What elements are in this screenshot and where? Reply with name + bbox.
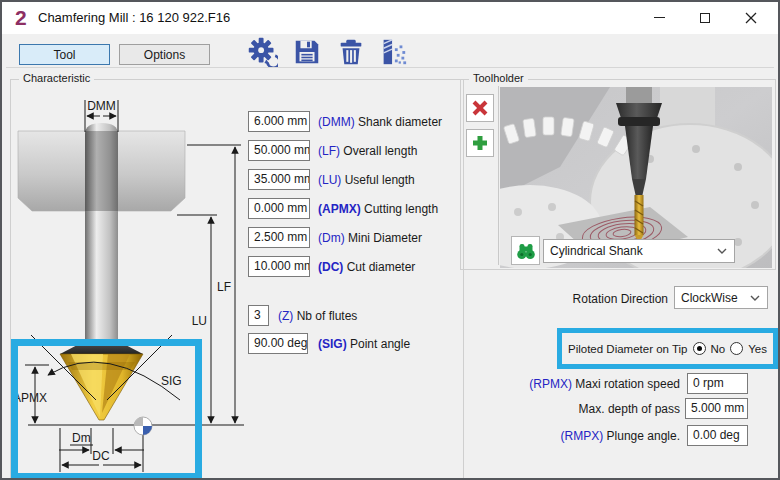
chevron-down-icon — [750, 295, 760, 301]
close-icon — [745, 12, 757, 24]
piloted-yes-radio[interactable] — [730, 342, 743, 355]
toolholder-group: Toolholder — [460, 79, 776, 270]
simulation-button[interactable] — [378, 37, 408, 67]
nb-flutes-label: (Z) Nb of flutes — [278, 309, 357, 323]
max-depth-pass-label: Max. depth of pass — [442, 402, 680, 416]
dm-label: Dm — [72, 431, 91, 445]
gear-sync-icon — [248, 37, 278, 67]
piloted-yes-label: Yes — [748, 343, 767, 355]
minimize-icon — [654, 17, 665, 18]
tool-dialog-window: 2 Chamfering Mill : 16 120 922.F16 Tool … — [0, 0, 780, 480]
overall-length-input[interactable]: 50.000 mm — [248, 140, 310, 161]
rotation-direction-select[interactable]: ClockWise — [674, 286, 768, 309]
mini-diameter-input[interactable]: 2.500 mm — [248, 227, 310, 248]
tool-schematic-diagram: DMM LF LU APMX SIG Dm — [11, 88, 251, 480]
search-toolholder-button[interactable] — [511, 236, 540, 265]
piloted-diameter-label: Piloted Diameter on Tip — [568, 343, 688, 355]
rotation-direction-value: ClockWise — [681, 291, 738, 305]
maxi-rotation-speed-input[interactable]: 0 rpm — [687, 373, 748, 394]
save-button[interactable] — [292, 37, 322, 67]
tab-tool[interactable]: Tool — [19, 44, 110, 65]
highlight-box-piloted-diameter: Piloted Diameter on Tip No Yes — [557, 328, 778, 369]
tab-options[interactable]: Options — [119, 44, 210, 65]
delete-button[interactable] — [336, 37, 366, 67]
cutting-length-label: (APMX) Cutting length — [318, 202, 438, 216]
characteristic-group: Characteristic — [10, 79, 464, 479]
piloted-no-radio[interactable] — [693, 342, 706, 355]
shank-type-select[interactable]: Cylindrical Shank — [543, 239, 735, 263]
rotation-direction-label: Rotation Direction — [462, 292, 668, 306]
useful-length-label: (LU) Useful length — [318, 173, 415, 187]
cut-diameter-label: (DC) Cut diameter — [318, 260, 415, 274]
nb-flutes-input[interactable]: 3 — [248, 305, 269, 326]
remove-toolholder-button[interactable] — [466, 94, 494, 122]
maximize-icon — [700, 13, 710, 23]
toolbar-separator — [6, 67, 774, 68]
trash-icon — [336, 37, 366, 67]
sig-label: SIG — [161, 374, 182, 388]
cut-diameter-input[interactable]: 10.000 mm — [248, 256, 310, 277]
simulation-icon — [378, 37, 408, 67]
green-plus-icon — [471, 134, 489, 152]
characteristic-group-label: Characteristic — [19, 72, 94, 84]
app-logo: 2 — [15, 6, 27, 30]
window-controls — [636, 2, 774, 33]
toolholder-divider — [498, 86, 499, 265]
shank-type-value: Cylindrical Shank — [550, 244, 643, 258]
apmx-label: APMX — [13, 391, 47, 405]
point-angle-label: (SIG) Point angle — [318, 337, 410, 351]
plunge-angle-label: (RMPX) Plunge angle. — [442, 429, 680, 443]
piloted-no-label: No — [711, 343, 726, 355]
dc-label: DC — [92, 449, 110, 463]
origin-marker-icon — [134, 417, 152, 435]
red-x-icon — [471, 99, 489, 117]
binoculars-icon — [515, 240, 537, 262]
shank-diameter-input[interactable]: 6.000 mm — [248, 111, 310, 132]
max-depth-pass-input[interactable]: 5.000 mm — [685, 398, 748, 419]
cutting-length-input[interactable]: 0.000 mm — [248, 198, 310, 219]
chevron-down-icon — [717, 248, 727, 254]
window-title: Chamfering Mill : 16 120 922.F16 — [38, 10, 230, 25]
save-icon — [292, 37, 322, 67]
shank-diameter-label: (DMM) Shank diameter — [318, 115, 442, 129]
minimize-button[interactable] — [636, 2, 682, 33]
useful-length-input[interactable]: 35.000 mm — [248, 169, 310, 190]
window-titlebar: 2 Chamfering Mill : 16 120 922.F16 — [2, 2, 778, 34]
settings-sync-button[interactable] — [248, 37, 278, 67]
maximize-button[interactable] — [682, 2, 728, 33]
lf-label: LF — [217, 280, 231, 294]
point-angle-input[interactable]: 90.00 deg — [248, 333, 308, 354]
lu-label: LU — [192, 314, 207, 328]
toolholder-group-label: Toolholder — [469, 72, 528, 84]
mini-diameter-label: (Dm) Mini Diameter — [318, 231, 422, 245]
plunge-angle-input[interactable]: 0.00 deg — [687, 425, 748, 446]
maxi-rotation-speed-label: (RPMX) Maxi rotation speed — [442, 377, 680, 391]
overall-length-label: (LF) Overall length — [318, 144, 417, 158]
close-button[interactable] — [728, 2, 774, 33]
add-toolholder-button[interactable] — [466, 129, 494, 157]
dmm-label: DMM — [87, 99, 116, 113]
